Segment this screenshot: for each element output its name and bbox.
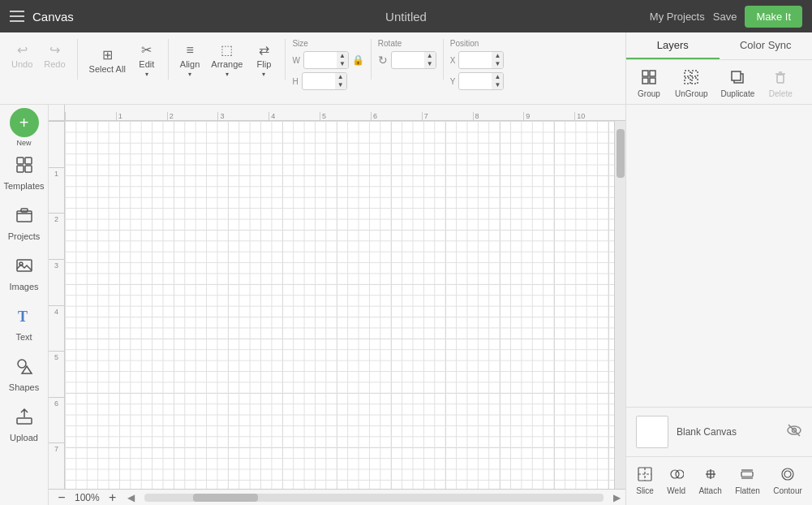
redo-button[interactable]: ↪ Redo	[39, 39, 70, 72]
top-bar-left: Canvas	[10, 10, 74, 24]
projects-label: Projects	[8, 231, 41, 241]
ruler-top-mark: 3	[217, 112, 269, 120]
canvas-grid[interactable]	[65, 121, 614, 489]
separator-5	[443, 39, 444, 80]
vertical-scrollbar[interactable]	[614, 121, 625, 489]
visibility-button[interactable]	[786, 422, 802, 442]
sidebar-item-projects[interactable]: Projects	[2, 199, 46, 248]
y-down-button[interactable]: ▼	[492, 81, 503, 89]
svg-rect-18	[21, 209, 28, 212]
x-label: X	[450, 56, 456, 65]
canvas-thumbnail	[636, 416, 668, 448]
ruler-left-mark: 3	[49, 259, 64, 305]
vertical-scrollbar-thumb[interactable]	[617, 129, 625, 178]
height-input-container: ▲ ▼	[302, 72, 347, 90]
delete-button[interactable]: Delete	[763, 67, 798, 101]
arrange-button[interactable]: ⬚ Arrange ▾	[206, 39, 247, 81]
templates-icon	[15, 155, 34, 179]
y-input[interactable]	[459, 75, 492, 88]
right-panel-bottom: Slice Weld Attach Flatten	[626, 456, 812, 505]
contour-button[interactable]: Contour	[770, 464, 806, 499]
position-label: Position	[450, 39, 479, 48]
flip-button[interactable]: ⇄ Flip ▾	[249, 39, 278, 81]
align-button[interactable]: ≡ Align ▾	[175, 40, 204, 81]
ruler-top-mark: 7	[422, 112, 473, 120]
app-title: Canvas	[32, 10, 74, 24]
rotate-down-button[interactable]: ▼	[424, 60, 436, 68]
ruler-left-mark: 2	[49, 213, 64, 259]
menu-icon[interactable]	[10, 11, 24, 22]
zoom-out-button[interactable]: −	[54, 490, 70, 506]
sidebar-item-templates[interactable]: Templates	[2, 149, 46, 197]
duplicate-icon	[730, 70, 745, 88]
y-up-button[interactable]: ▲	[492, 73, 503, 81]
svg-rect-24	[17, 418, 32, 424]
scroll-right-button[interactable]: ▶	[613, 492, 621, 503]
eye-slash-icon	[786, 422, 802, 438]
undo-redo-group: ↩ Undo ↪ Redo	[3, 39, 74, 72]
ruler-top-mark: 1	[116, 112, 167, 120]
svg-point-32	[676, 470, 684, 478]
ruler-left-mark: 5	[49, 351, 64, 397]
sidebar-item-images[interactable]: Images	[2, 249, 46, 298]
right-panel-tabs: Layers Color Sync Group UnGroup D	[625, 32, 812, 104]
ruler-left-mark: 1	[49, 167, 64, 214]
x-down-button[interactable]: ▼	[492, 60, 503, 68]
ruler-left: 1 2 3 4 5 6 7	[49, 121, 65, 489]
ruler-corner	[49, 105, 65, 121]
new-label: New	[16, 139, 31, 147]
height-down-button[interactable]: ▼	[335, 81, 346, 89]
select-all-button[interactable]: ⊞ Select All	[84, 44, 131, 77]
slice-icon	[638, 467, 652, 485]
top-bar-right: My Projects Save Make It	[650, 6, 802, 28]
weld-button[interactable]: Weld	[664, 464, 689, 499]
select-edit-group: ⊞ Select All ✂ Edit ▾	[81, 39, 165, 81]
horizontal-scrollbar[interactable]	[144, 494, 604, 502]
make-it-button[interactable]: Make It	[745, 6, 802, 28]
rotate-up-button[interactable]: ▲	[424, 52, 436, 60]
width-up-button[interactable]: ▲	[337, 52, 348, 60]
ruler-top-mark: 10	[574, 112, 625, 120]
save-button[interactable]: Save	[713, 11, 737, 23]
rotate-group: Rotate ↻ ▲ ▼	[375, 39, 440, 69]
zoom-in-button[interactable]: +	[105, 490, 121, 506]
horizontal-scrollbar-thumb[interactable]	[193, 494, 258, 502]
x-input[interactable]	[459, 54, 492, 67]
width-input[interactable]	[304, 54, 337, 67]
svg-rect-7	[692, 78, 698, 84]
text-icon: T	[15, 306, 34, 330]
group-button[interactable]: Group	[631, 67, 667, 101]
svg-rect-1	[650, 71, 655, 76]
slice-button[interactable]: Slice	[633, 464, 657, 499]
images-label: Images	[9, 282, 38, 291]
blank-canvas-row: Blank Canvas	[626, 407, 812, 456]
x-up-button[interactable]: ▲	[492, 52, 503, 60]
svg-rect-4	[685, 71, 690, 76]
undo-button[interactable]: ↩ Undo	[6, 39, 37, 72]
sidebar-item-upload[interactable]: Upload	[2, 400, 46, 449]
layers-tab[interactable]: Layers	[626, 32, 720, 59]
upload-label: Upload	[10, 433, 38, 442]
flatten-button[interactable]: Flatten	[732, 464, 763, 499]
attach-button[interactable]: Attach	[695, 464, 724, 499]
position-group: Position X ▲ ▼ Y	[447, 39, 508, 90]
ruler-top-mark: 9	[523, 112, 574, 120]
toolbar: ↩ Undo ↪ Redo ⊞ Select All ✂ Edit	[0, 32, 625, 104]
edit-button[interactable]: ✂ Edit ▾	[132, 39, 161, 81]
rotate-input[interactable]	[392, 54, 424, 67]
ruler-left-mark: 6	[49, 397, 64, 443]
color-sync-tab[interactable]: Color Sync	[720, 32, 813, 59]
new-button[interactable]: +	[10, 108, 39, 137]
svg-rect-15	[17, 166, 24, 172]
height-up-button[interactable]: ▲	[335, 73, 346, 81]
sidebar-item-shapes[interactable]: Shapes	[2, 350, 46, 399]
ungroup-button[interactable]: UnGroup	[670, 67, 713, 101]
width-down-button[interactable]: ▼	[337, 60, 348, 68]
scroll-left-button[interactable]: ◀	[127, 492, 135, 503]
height-input[interactable]	[303, 75, 335, 88]
duplicate-button[interactable]: Duplicate	[716, 67, 760, 101]
sidebar-item-text[interactable]: T Text	[2, 300, 46, 348]
y-label: Y	[450, 77, 456, 86]
my-projects-button[interactable]: My Projects	[650, 11, 705, 23]
shapes-icon	[15, 356, 34, 381]
